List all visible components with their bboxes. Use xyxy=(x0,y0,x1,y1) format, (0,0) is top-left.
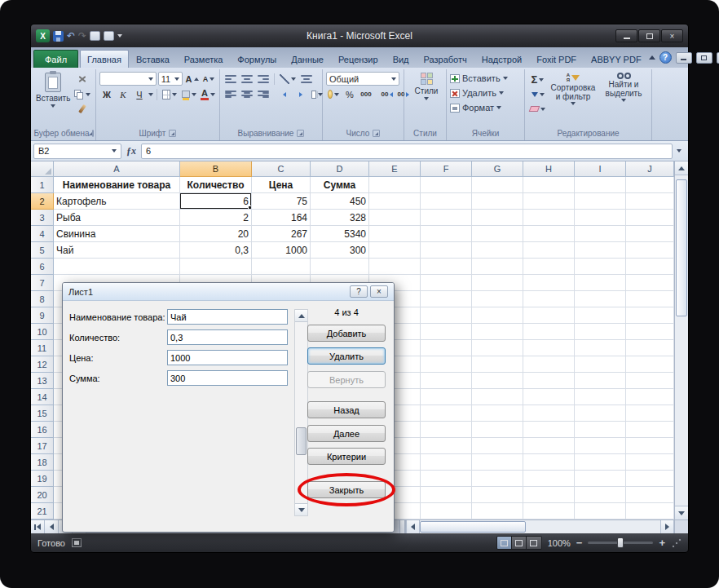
currency-format-button[interactable] xyxy=(326,87,341,101)
underline-button[interactable]: Ч xyxy=(132,87,147,101)
row-header-21[interactable]: 21 xyxy=(31,503,54,519)
decrease-indent-button[interactable] xyxy=(277,87,292,101)
next-button[interactable]: Далее xyxy=(307,425,386,442)
cell-E6[interactable] xyxy=(369,259,421,275)
cell-J21[interactable] xyxy=(626,503,674,519)
cell-I9[interactable] xyxy=(575,307,626,324)
previous-sheet-button[interactable] xyxy=(45,520,59,533)
cell-C2[interactable]: 75 xyxy=(252,193,311,210)
cell-F8[interactable] xyxy=(421,291,472,307)
price-input[interactable] xyxy=(167,350,288,365)
cell-B6[interactable] xyxy=(180,259,252,275)
cell-J17[interactable] xyxy=(626,438,674,454)
cell-J9[interactable] xyxy=(626,307,674,324)
column-header-B[interactable]: B xyxy=(180,161,252,177)
font-color-button[interactable]: А xyxy=(200,87,216,101)
cell-I5[interactable] xyxy=(575,242,626,259)
row-header-7[interactable]: 7 xyxy=(31,275,54,291)
align-center-button[interactable] xyxy=(240,87,254,101)
zoom-slider-thumb[interactable] xyxy=(617,537,624,548)
cell-H10[interactable] xyxy=(523,324,575,340)
cell-J5[interactable] xyxy=(626,242,674,259)
cell-G11[interactable] xyxy=(472,340,523,356)
first-sheet-button[interactable] xyxy=(31,520,45,533)
cell-F1[interactable] xyxy=(421,177,472,193)
workbook-restore-button[interactable] xyxy=(696,52,712,64)
cell-G3[interactable] xyxy=(472,210,523,226)
cell-F18[interactable] xyxy=(421,454,472,471)
macro-record-button[interactable] xyxy=(72,538,82,547)
cell-J1[interactable] xyxy=(626,177,674,193)
select-all-corner[interactable] xyxy=(31,161,54,177)
cell-H11[interactable] xyxy=(523,340,575,356)
cell-H2[interactable] xyxy=(523,193,575,210)
underline-dropdown-icon[interactable] xyxy=(148,93,153,96)
cell-G14[interactable] xyxy=(472,389,523,405)
cell-F15[interactable] xyxy=(421,405,472,422)
cell-H17[interactable] xyxy=(523,438,575,454)
cell-F9[interactable] xyxy=(421,307,472,324)
zoom-out-button[interactable]: − xyxy=(576,537,583,548)
cell-G19[interactable] xyxy=(472,471,523,487)
row-header-18[interactable]: 18 xyxy=(31,454,54,471)
cell-H6[interactable] xyxy=(523,259,575,275)
cell-I7[interactable] xyxy=(575,275,626,291)
paste-button[interactable]: Вставить xyxy=(36,71,70,116)
cell-I6[interactable] xyxy=(575,259,626,275)
cell-C5[interactable]: 1000 xyxy=(252,242,311,259)
cell-G12[interactable] xyxy=(472,356,523,373)
cell-H21[interactable] xyxy=(523,503,575,519)
resize-grip[interactable] xyxy=(671,537,682,548)
cell-H5[interactable] xyxy=(523,242,575,259)
maximize-button[interactable] xyxy=(638,29,660,42)
cell-G21[interactable] xyxy=(472,503,523,519)
format-cells-button[interactable]: Формат xyxy=(450,100,521,115)
workbook-minimize-button[interactable] xyxy=(676,52,692,64)
cell-H4[interactable] xyxy=(523,226,575,242)
align-right-button[interactable] xyxy=(256,87,271,101)
cell-D1[interactable]: Сумма xyxy=(311,177,369,193)
collapse-ribbon-icon[interactable] xyxy=(649,55,655,60)
cell-E3[interactable] xyxy=(369,210,421,226)
cell-J6[interactable] xyxy=(626,259,674,275)
formula-input[interactable]: 6 xyxy=(141,144,673,159)
styles-button[interactable]: Стили xyxy=(408,71,445,100)
cell-F5[interactable] xyxy=(421,242,472,259)
sum-input[interactable] xyxy=(167,370,288,386)
name-box-dropdown-icon[interactable] xyxy=(112,149,117,153)
cell-I4[interactable] xyxy=(575,226,626,242)
row-header-10[interactable]: 10 xyxy=(31,324,54,340)
font-name-select[interactable] xyxy=(99,72,157,86)
cell-J18[interactable] xyxy=(626,454,674,471)
cell-E4[interactable] xyxy=(369,226,421,242)
fill-color-button[interactable] xyxy=(180,87,198,101)
cell-A4[interactable]: Свинина xyxy=(54,226,180,242)
percent-format-button[interactable]: % xyxy=(342,87,357,101)
cell-I18[interactable] xyxy=(575,454,626,471)
cell-C3[interactable]: 164 xyxy=(252,210,311,226)
zoom-slider[interactable] xyxy=(588,542,653,544)
ribbon-tab-insert[interactable]: Вставка xyxy=(129,50,177,68)
dialog-scroll-down-button[interactable] xyxy=(295,503,307,515)
page-break-view-button[interactable] xyxy=(527,537,541,549)
number-dialog-launcher[interactable] xyxy=(373,130,380,137)
row-header-20[interactable]: 20 xyxy=(31,487,54,503)
cell-J20[interactable] xyxy=(626,487,674,503)
column-header-I[interactable]: I xyxy=(575,161,626,177)
dialog-close-button[interactable]: × xyxy=(370,285,388,298)
cell-D2[interactable]: 450 xyxy=(311,193,369,210)
qat-customize-icon[interactable] xyxy=(117,34,122,38)
cell-A5[interactable]: Чай xyxy=(54,242,180,259)
expand-formula-bar-button[interactable] xyxy=(673,144,686,159)
delete-cells-button[interactable]: Удалить xyxy=(450,86,521,100)
criteria-button[interactable]: Критерии xyxy=(307,448,386,465)
cell-B3[interactable]: 2 xyxy=(180,210,252,226)
cell-J13[interactable] xyxy=(626,373,674,389)
ribbon-tab-formulas[interactable]: Формулы xyxy=(230,50,284,68)
cell-J10[interactable] xyxy=(626,324,674,340)
cell-F14[interactable] xyxy=(421,389,472,405)
ribbon-tab-page-layout[interactable]: Разметка xyxy=(177,50,231,68)
cell-I10[interactable] xyxy=(575,324,626,340)
row-header-4[interactable]: 4 xyxy=(31,226,54,242)
cell-D6[interactable] xyxy=(311,259,369,275)
